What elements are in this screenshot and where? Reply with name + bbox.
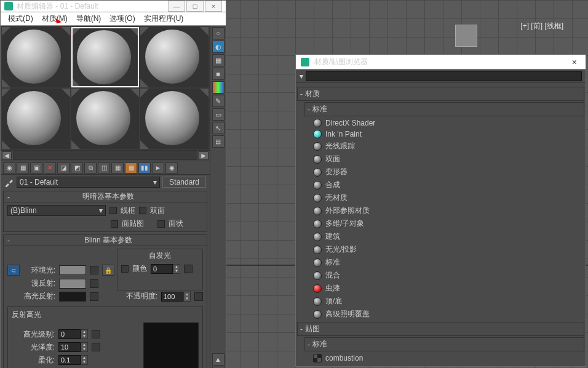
go-forward-icon[interactable]: ► xyxy=(152,162,164,174)
menu-navigate[interactable]: 导航(N) xyxy=(73,12,105,25)
menu-utility[interactable]: 实用程序(U) xyxy=(140,12,188,25)
wire-checkbox[interactable] xyxy=(109,207,117,214)
material-item[interactable]: 混合 xyxy=(311,269,584,282)
sample-slot[interactable] xyxy=(2,89,70,149)
material-item[interactable]: 多维/子对象 xyxy=(311,217,584,230)
map-item[interactable]: Perlin 大理石 xyxy=(311,364,584,366)
shader-combo[interactable]: (B)Blinn▾ xyxy=(7,205,106,216)
material-item-label: Ink 'n Paint xyxy=(325,130,362,138)
faceted-checkbox[interactable] xyxy=(157,220,165,228)
gloss-mapslot[interactable] xyxy=(92,343,100,351)
backlight-icon[interactable]: ◐ xyxy=(212,41,224,53)
material-item[interactable]: 光线跟踪 xyxy=(311,140,584,153)
sample-scrollbar[interactable]: ◄ ► xyxy=(1,150,210,161)
sample-slot[interactable] xyxy=(140,27,209,87)
material-item[interactable]: 变形器 xyxy=(311,166,584,178)
material-item[interactable]: 高级照明覆盖 xyxy=(311,308,584,321)
material-item-label: 双面 xyxy=(325,154,340,164)
material-item[interactable]: 壳材质 xyxy=(311,191,584,204)
close-button[interactable]: × xyxy=(568,57,581,67)
ambient-lock-icon[interactable]: 🔒 xyxy=(102,265,114,276)
material-item[interactable]: 虫漆 xyxy=(311,282,584,295)
spec-level-mapslot[interactable] xyxy=(92,330,100,338)
close-button[interactable]: × xyxy=(205,1,222,12)
material-id-icon[interactable]: ◫ xyxy=(98,162,110,174)
sample-slot[interactable] xyxy=(71,27,140,87)
material-name-dropdown[interactable]: 01 - Default▾ xyxy=(17,177,160,188)
ambient-swatch[interactable] xyxy=(59,265,86,275)
search-input[interactable] xyxy=(306,71,582,81)
specular-swatch[interactable] xyxy=(59,292,86,302)
maximize-button[interactable]: □ xyxy=(186,1,204,12)
options-icon[interactable]: ▭ xyxy=(212,108,224,121)
material-item[interactable]: 顶/底 xyxy=(311,295,584,308)
material-item[interactable]: 标准 xyxy=(311,256,584,269)
soften-spinner[interactable]: ▲▼ xyxy=(58,355,88,365)
sample-type-icon[interactable]: ○ xyxy=(212,27,224,39)
material-editor-titlebar[interactable]: 材质编辑器 - 01 - Default — □ × xyxy=(1,1,226,12)
ambient-mapslot[interactable] xyxy=(90,266,98,274)
assign-icon[interactable]: ▣ xyxy=(30,162,42,174)
rollup-header[interactable]: -Blinn 基本参数 xyxy=(4,235,207,246)
opacity-spinner[interactable]: ▲▼ xyxy=(161,292,191,302)
menu-options[interactable]: 选项(O) xyxy=(106,12,138,25)
material-toolbar: ◉ ▦ ▣ ✕ ◪ ◩ ⧉ ◫ ▦ ▦ ▮▮ ► ◉ xyxy=(1,161,210,175)
rollup-header[interactable]: -明暗器基本参数 xyxy=(4,191,207,202)
material-item[interactable]: 无光/投影 xyxy=(311,243,584,256)
material-map-nav-icon[interactable]: ⊞ xyxy=(212,135,224,148)
material-type-button[interactable]: Standard xyxy=(162,177,206,188)
spec-level-spinner[interactable]: ▲▼ xyxy=(58,329,88,339)
go-parent-icon[interactable]: ▮▮ xyxy=(138,162,151,174)
viewcube[interactable] xyxy=(455,25,477,47)
map-item[interactable]: combustion xyxy=(311,353,584,364)
two-sided-checkbox[interactable] xyxy=(139,207,146,214)
eyedropper-icon[interactable] xyxy=(4,177,14,187)
delete-icon[interactable]: ✕ xyxy=(44,162,56,174)
face-map-checkbox[interactable] xyxy=(111,220,118,228)
minimize-button[interactable]: — xyxy=(168,1,185,12)
material-item[interactable]: Ink 'n Paint xyxy=(311,129,584,140)
diffuse-swatch[interactable] xyxy=(59,279,86,289)
sample-uv-icon[interactable]: ■ xyxy=(212,68,224,80)
sample-slot[interactable] xyxy=(71,89,140,149)
scroll-up-icon[interactable]: ▲ xyxy=(212,353,224,366)
make-copy-icon[interactable]: ◪ xyxy=(57,162,70,174)
background-icon[interactable]: ▦ xyxy=(212,54,224,66)
group-standard[interactable]: -标准 xyxy=(304,102,584,116)
viewport-label[interactable]: [+] [前] [线框] xyxy=(520,21,563,31)
show-map-icon[interactable]: ▦ xyxy=(111,162,124,174)
make-unique-icon[interactable]: ◩ xyxy=(71,162,83,174)
material-item[interactable]: 合成 xyxy=(311,178,584,191)
group-maps[interactable]: -贴图 xyxy=(297,322,584,336)
material-item[interactable]: DirectX Shader xyxy=(311,118,584,129)
make-preview-icon[interactable]: ✎ xyxy=(212,95,224,107)
sample-slot[interactable] xyxy=(2,27,70,87)
lock-ambient-icon[interactable]: ⊂ xyxy=(7,265,20,276)
group-materials[interactable]: -材质 xyxy=(297,87,584,101)
browser-titlebar[interactable]: 材质/贴图浏览器 × xyxy=(296,55,586,70)
specular-mapslot[interactable] xyxy=(90,292,98,301)
menu-mode[interactable]: 模式(D) xyxy=(4,12,37,25)
group-maps-standard[interactable]: -标准 xyxy=(304,337,584,351)
put-to-scene-icon[interactable]: ▦ xyxy=(17,162,29,174)
get-material-icon[interactable]: ◉ xyxy=(3,162,15,174)
opacity-mapslot[interactable] xyxy=(194,292,203,301)
diffuse-mapslot[interactable] xyxy=(90,279,98,288)
search-options-icon[interactable]: ▾ xyxy=(300,72,303,81)
color-check-icon[interactable] xyxy=(212,81,224,94)
menu-material[interactable]: 材质(M) xyxy=(38,12,71,25)
scroll-track[interactable] xyxy=(13,151,197,160)
gloss-spinner[interactable]: ▲▼ xyxy=(58,342,88,352)
material-orb-icon xyxy=(313,310,322,319)
pick-icon[interactable]: ◉ xyxy=(165,162,178,174)
scroll-left-button[interactable]: ◄ xyxy=(2,151,12,160)
material-item[interactable]: 建筑 xyxy=(311,230,584,243)
material-item[interactable]: 双面 xyxy=(311,153,584,166)
select-by-material-icon[interactable]: ↖ xyxy=(212,122,224,134)
show-end-result-icon[interactable]: ▦ xyxy=(125,162,137,174)
material-orb-icon xyxy=(313,246,322,254)
sample-slot[interactable] xyxy=(140,89,209,149)
scroll-right-button[interactable]: ► xyxy=(199,151,209,160)
put-to-library-icon[interactable]: ⧉ xyxy=(84,162,97,174)
material-item[interactable]: 外部参照材质 xyxy=(311,204,584,217)
